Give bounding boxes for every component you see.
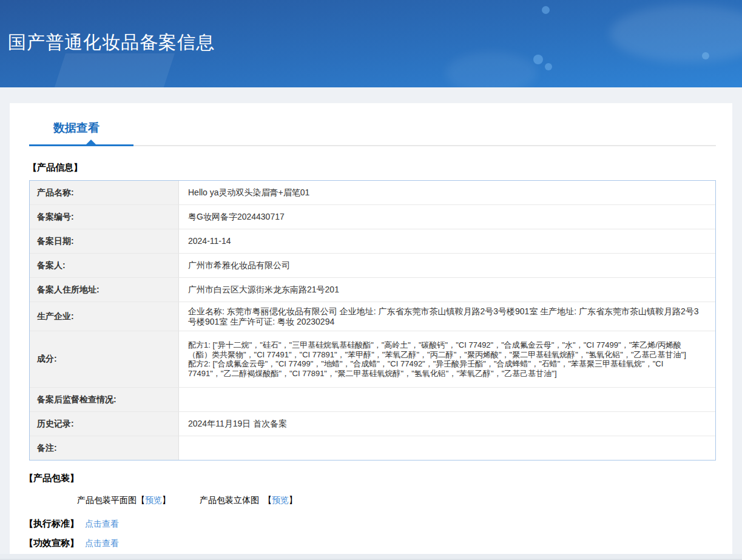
bracket-close: 】 — [162, 495, 170, 505]
row-value: 企业名称: 东莞市粤丽偲化妆品有限公司 企业地址: 广东省东莞市茶山镇鞍月路2号… — [179, 302, 715, 331]
page-title: 国产普通化妆品备案信息 — [8, 30, 215, 55]
row-value: 广州市白云区大源街米龙东南路21号201 — [179, 278, 715, 302]
product-info-section-title: 【产品信息】 — [28, 162, 732, 174]
tab-data-view-label: 数据查看 — [53, 121, 99, 134]
header-decor-band — [50, 53, 175, 87]
row-label: 备案日期: — [30, 229, 179, 253]
table-row-filer: 备案人: 广州市希雅化妆品有限公司 — [30, 254, 715, 278]
bracket-open: 【 — [263, 495, 272, 505]
tab-caret-icon — [86, 140, 96, 145]
header-decor-dot — [545, 63, 552, 70]
table-row-remarks: 备注: — [30, 436, 715, 460]
row-label: 备注: — [30, 436, 179, 460]
tab-bar: 数据查看 — [10, 103, 732, 146]
row-value — [179, 388, 715, 411]
row-value: 配方1: ["异十二烷"，"硅石"，"三甲基硅烷氧基硅酸酯"，"高岭土"，"碳酸… — [179, 331, 715, 387]
execution-standard-row: 【执行标准】 点击查看 — [24, 518, 732, 530]
row-value: 2024年11月19日 首次备案 — [179, 412, 715, 436]
packaging-stereo-label: 产品包装立体图 — [200, 495, 259, 505]
content-card: 数据查看 【产品信息】 产品名称: Hello ya灵动双头染眉膏+眉笔01 备… — [10, 103, 732, 554]
row-label: 成分: — [30, 331, 179, 387]
row-label: 历史记录: — [30, 412, 179, 436]
table-row-ingredients: 成分: 配方1: ["异十二烷"，"硅石"，"三甲基硅烷氧基硅酸酯"，"高岭土"… — [30, 331, 715, 388]
tab-data-view[interactable]: 数据查看 — [53, 120, 99, 136]
header-decor-ellipse — [610, 5, 742, 62]
bracket-close: 】 — [289, 495, 297, 505]
table-row-filing-number: 备案编号: 粤G妆网备字2024430717 — [30, 205, 715, 229]
flat-preview-link[interactable]: 预览 — [145, 495, 162, 505]
packaging-section-title: 【产品包装】 — [24, 473, 732, 484]
stereo-preview-link[interactable]: 预览 — [272, 495, 289, 505]
product-info-table: 产品名称: Hello ya灵动双头染眉膏+眉笔01 备案编号: 粤G妆网备字2… — [29, 180, 716, 460]
execution-standard-link[interactable]: 点击查看 — [85, 519, 119, 530]
header-decor-dot — [533, 55, 543, 64]
row-label: 产品名称: — [30, 181, 179, 204]
row-label: 备案人住所地址: — [30, 278, 179, 302]
row-label: 备案人: — [30, 254, 179, 277]
efficacy-claim-link[interactable]: 点击查看 — [85, 538, 119, 549]
efficacy-claim-title: 【功效宣称】 — [24, 538, 79, 549]
table-row-filing-date: 备案日期: 2024-11-14 — [30, 229, 715, 254]
tab-underline-active — [29, 144, 133, 146]
row-label: 备案后监督检查情况: — [30, 388, 179, 411]
packaging-flat-label: 产品包装平面图 — [77, 495, 137, 505]
header-decor-dot — [542, 6, 550, 14]
table-row-filer-address: 备案人住所地址: 广州市白云区大源街米龙东南路21号201 — [30, 278, 715, 302]
tab-underline — [29, 145, 716, 146]
page-bottom-strip — [0, 554, 742, 560]
page-header: 国产普通化妆品备案信息 — [0, 0, 742, 87]
table-row-supervision: 备案后监督检查情况: — [30, 388, 715, 412]
header-decor-ellipse — [446, 52, 537, 87]
table-row-history: 历史记录: 2024年11月19日 首次备案 — [30, 412, 715, 436]
row-value: 2024-11-14 — [179, 229, 715, 253]
row-value: 粤G妆网备字2024430717 — [179, 205, 715, 229]
bracket-open: 【 — [137, 495, 145, 505]
row-value: 广州市希雅化妆品有限公司 — [179, 254, 715, 277]
table-row-manufacturer: 生产企业: 企业名称: 东莞市粤丽偲化妆品有限公司 企业地址: 广东省东莞市茶山… — [30, 302, 715, 331]
execution-standard-title: 【执行标准】 — [24, 518, 79, 530]
efficacy-claim-row: 【功效宣称】 点击查看 — [24, 538, 732, 549]
packaging-links-row: 产品包装平面图【预览】产品包装立体图【预览】 — [77, 495, 732, 506]
row-label: 生产企业: — [30, 302, 179, 331]
table-row-product-name: 产品名称: Hello ya灵动双头染眉膏+眉笔01 — [30, 181, 715, 205]
row-label: 备案编号: — [30, 205, 179, 229]
row-value: Hello ya灵动双头染眉膏+眉笔01 — [179, 181, 715, 204]
row-value — [179, 436, 715, 460]
header-decor-dot — [702, 52, 709, 59]
